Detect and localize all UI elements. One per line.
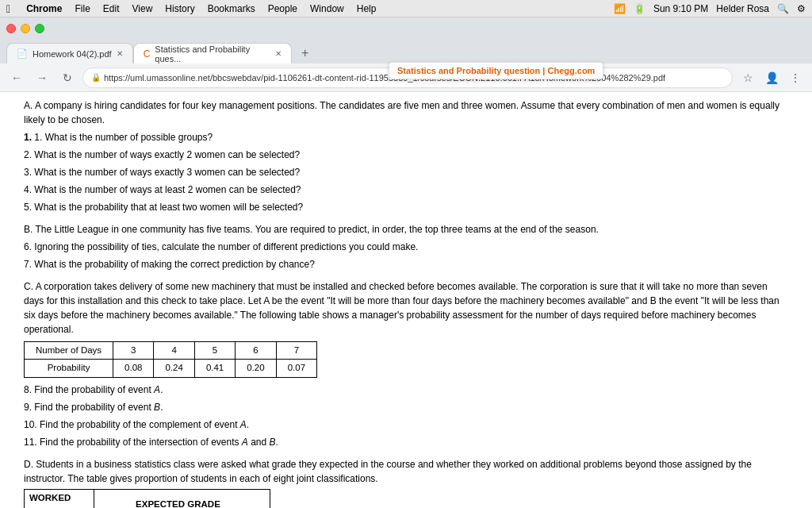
tab-pdf-close[interactable]: ✕ xyxy=(117,49,123,58)
tab-pdf-icon: 📄 xyxy=(17,48,28,59)
table-header-6: 6 xyxy=(236,342,276,360)
section-c-q11: 11. Find the probability of the intersec… xyxy=(24,435,788,449)
tab-stats-close[interactable]: ✕ xyxy=(275,49,282,58)
page-content: A. A company is hiring candidates for fo… xyxy=(0,92,812,508)
section-a-q5: 5. What is the probability that at least… xyxy=(24,200,788,214)
new-tab-button[interactable]: + xyxy=(295,43,316,64)
tab-bar: 📄 Homework 04(2).pdf ✕ C Statistics and … xyxy=(0,40,812,64)
tab-stats[interactable]: C Statistics and Probability ques... ✕ xyxy=(133,43,292,64)
apple-logo-icon:  xyxy=(6,2,10,15)
tab-pdf[interactable]: 📄 Homework 04(2).pdf ✕ xyxy=(6,43,133,64)
section-b-q7: 7. What is the probability of making the… xyxy=(24,257,788,271)
menu-help[interactable]: Help xyxy=(357,3,377,14)
chrome-window: 📄 Homework 04(2).pdf ✕ C Statistics and … xyxy=(0,17,812,508)
chegg-tooltip: Statistics and Probability question | Ch… xyxy=(389,62,603,79)
tab-pdf-label: Homework 04(2).pdf xyxy=(33,49,112,59)
menu-button[interactable]: ⋮ xyxy=(785,67,806,88)
menu-edit[interactable]: Edit xyxy=(103,3,120,14)
section-b-q6: 6. Ignoring the possibility of ties, cal… xyxy=(24,240,788,254)
section-c-q8: 8. Find the probability of event A. xyxy=(24,383,788,397)
section-d-intro: D. Students in a business statistics cla… xyxy=(24,457,788,486)
table-header-5: 5 xyxy=(194,342,235,360)
control-icon[interactable]: ⚙ xyxy=(797,3,806,14)
back-button[interactable]: ← xyxy=(6,67,27,88)
lock-icon: 🔒 xyxy=(91,73,101,82)
forward-button[interactable]: → xyxy=(32,67,52,88)
menu-file[interactable]: File xyxy=(75,3,90,14)
time-display: Sun 9:10 PM xyxy=(653,3,708,14)
section-b-intro: B. The Little League in one community ha… xyxy=(24,222,788,237)
refresh-button[interactable]: ↻ xyxy=(57,67,78,88)
menu-bar-right: 📶 🔋 Sun 9:10 PM Helder Rosa 🔍 ⚙ xyxy=(614,3,806,14)
table-prob-3: 0.08 xyxy=(113,360,154,377)
bookmark-button[interactable]: ☆ xyxy=(737,67,758,88)
maximize-button[interactable] xyxy=(35,24,44,33)
section-a-q3: 3. What is the number of ways exactly 3 … xyxy=(24,165,788,179)
battery-icon: 🔋 xyxy=(634,3,645,14)
menu-chrome[interactable]: Chrome xyxy=(26,3,62,14)
section-a-q4: 4. What is the number of ways at least 2… xyxy=(24,183,788,197)
table-prob-7: 0.07 xyxy=(276,360,316,377)
menu-bookmarks[interactable]: Bookmarks xyxy=(208,3,255,14)
menu-people[interactable]: People xyxy=(268,3,297,14)
table-prob-4: 0.24 xyxy=(154,360,194,377)
toolbar-right: ☆ 👤 ⋮ xyxy=(737,67,806,88)
title-bar xyxy=(0,17,812,40)
account-button[interactable]: 👤 xyxy=(761,67,782,88)
menu-window[interactable]: Window xyxy=(310,3,344,14)
section-c-q9: 9. Find the probability of event B. xyxy=(24,400,788,414)
section-d: D. Students in a business statistics cla… xyxy=(24,457,788,509)
probability-table: Number of Days 3 4 5 6 7 Probability 0.0… xyxy=(24,341,317,378)
tab-stats-label: Statistics and Probability ques... xyxy=(155,44,270,64)
minimize-button[interactable] xyxy=(21,24,30,33)
menu-bar:  Chrome File Edit View History Bookmark… xyxy=(0,0,812,17)
table-header-label: Number of Days xyxy=(25,342,113,360)
search-icon[interactable]: 🔍 xyxy=(777,3,789,14)
close-button[interactable] xyxy=(6,24,16,33)
table-prob-5: 0.41 xyxy=(194,360,235,377)
section-c-intro: C. A corporation takes delivery of some … xyxy=(24,279,788,337)
grade-table-worked-header: WORKEDPROBLEMS xyxy=(25,489,94,508)
table-header-4: 4 xyxy=(154,342,194,360)
section-a: A. A company is hiring candidates for fo… xyxy=(24,98,788,214)
section-c: C. A corporation takes delivery of some … xyxy=(24,279,788,449)
table-header-7: 7 xyxy=(276,342,316,360)
section-c-q10: 10. Find the probability of the compleme… xyxy=(24,418,788,432)
wifi-icon: 📶 xyxy=(614,3,626,14)
grade-table: WORKEDPROBLEMS EXPECTED GRADE A B C D YE… xyxy=(24,489,270,509)
table-header-3: 3 xyxy=(113,342,154,360)
table-prob-6: 0.20 xyxy=(236,360,276,377)
section-a-q2: 2. What is the number of ways exactly 2 … xyxy=(24,148,788,162)
menu-history[interactable]: History xyxy=(165,3,194,14)
section-b: B. The Little League in one community ha… xyxy=(24,222,788,271)
menu-view[interactable]: View xyxy=(132,3,153,14)
tab-stats-icon: C xyxy=(144,48,151,60)
table-prob-label: Probability xyxy=(25,360,113,377)
grade-table-expected-header: EXPECTED GRADE xyxy=(94,489,270,508)
section-a-q1: 1. 1. What is the number of possible gro… xyxy=(24,130,788,144)
user-display: Helder Rosa xyxy=(716,3,769,14)
section-a-intro: A. A company is hiring candidates for fo… xyxy=(24,98,788,127)
